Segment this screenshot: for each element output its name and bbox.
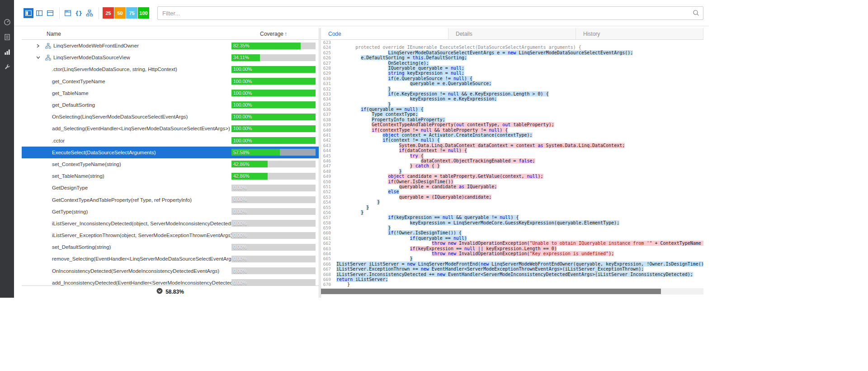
name-column-header[interactable]: Name [47,31,61,37]
report-icon[interactable] [4,33,11,41]
tree-row[interactable]: get_DefaultSorting100.00% [22,99,319,111]
row-label: iListServer_InconsistencyDetected(object… [52,221,257,226]
threshold-75-button[interactable]: 75 [126,7,137,19]
chevron-right-icon[interactable] [36,44,45,48]
code-text: if(Owner.IsDesignTime()) [334,179,453,184]
line-number: 666 [321,262,334,266]
tree-row[interactable]: ExecuteSelect(DataSourceSelectArguments)… [22,147,319,158]
toolbar: {} 255075100 [14,0,709,26]
wrench-icon[interactable] [4,63,11,71]
row-label: get_DefaultSorting [52,102,95,108]
tree-row[interactable]: set_TableName(string)42.86% [22,170,319,182]
tree-row[interactable]: GetDesignType0.00% [22,182,319,194]
tree-row[interactable]: add_InconsistencyDetected(EventHandler<S… [22,277,319,285]
gauge-icon[interactable] [4,19,11,26]
coverage-value: 0.00% [233,185,247,190]
grid-view-button[interactable] [63,8,73,18]
code-line: 628 IQueryable queryable = null; [321,66,703,71]
layout-left-filled-button[interactable] [24,8,33,18]
tree-header: Name Coverage↑ [22,28,319,40]
code-text: object candidate = tableProperty.GetValu… [334,174,543,179]
tree-row[interactable]: get_TableName100.00% [22,87,319,99]
tree-row[interactable]: get_ContextTypeName100.00% [22,76,319,87]
coverage-app-window: {} 255075100 Name Coverage↑ LinqServerMo… [0,0,709,298]
line-number: 644 [321,148,334,153]
row-label: add_InconsistencyDetected(EventHandler<S… [52,280,261,285]
code-text: throw new InvalidOperationException("Key… [334,251,614,256]
code-text: } [334,102,391,107]
code-line: 650 if(Owner.IsDesignTime()) [321,179,703,184]
code-text: keyExpression = e.KeyExpression; [334,96,497,101]
tree-row[interactable]: LinqServerModeWebFrontEndOwner82.35% [22,40,319,52]
horizontal-scrollbar[interactable] [321,288,703,295]
tree-row[interactable]: remove_Selecting(EventHandler<LinqServer… [22,253,319,265]
code-text: OnSelecting(e); [334,61,429,66]
threshold-25-button[interactable]: 25 [103,7,114,19]
line-number: 653 [321,195,334,200]
filter-input[interactable] [157,6,703,20]
coverage-column-header[interactable]: Coverage↑ [231,31,316,37]
threshold-50-button[interactable]: 50 [114,7,126,19]
code-text: } [334,200,380,205]
tree-row[interactable]: OnInconsistencyDetected(ServerModeIncons… [22,265,319,277]
chevron-down-icon[interactable] [36,56,45,59]
code-line: 662 throw new InvalidOperationException(… [321,241,703,246]
tree-row[interactable]: iListServer_InconsistencyDetected(object… [22,218,319,229]
tree-row[interactable]: .ctor(LinqServerModeDataSource, string, … [22,63,319,75]
line-number: 665 [321,256,334,261]
code-text: if(e.QueryableSource != null) { [334,76,472,81]
threshold-100-button[interactable]: 100 [138,7,149,19]
tab-code[interactable]: Code [321,28,448,39]
total-coverage-value: 58.83% [165,289,184,295]
code-text: iListServer.ExceptionThrown += new Event… [334,266,644,271]
coverage-value: 0.00% [233,280,247,285]
tree-row[interactable]: add_Selecting(EventHandler<LinqServerMod… [22,123,319,134]
code-line: 626 e.DefaultSorting = this.DefaultSorti… [321,55,703,60]
code-line: 660 if(!Owner.IsDesignTime()) { [321,230,703,235]
line-number: 636 [321,107,334,112]
code-line: 644 if(dataContext != null) { [321,148,703,153]
tree-row[interactable]: .cctor100.00% [22,135,319,147]
tab-history[interactable]: History [576,28,703,39]
layout-left-outline-button[interactable] [34,8,44,18]
coverage-bar: 42.86% [231,161,316,167]
line-number: 649 [321,174,334,179]
row-label: get_ContextTypeName [52,79,105,84]
tree-row[interactable]: GetType(string)0.00% [22,206,319,218]
code-line: 635 } [321,102,703,107]
tree-row[interactable]: iListServer_ExceptionThrown(object, Serv… [22,229,319,241]
code-line: 641 object context = Activator.CreateIns… [321,133,703,138]
line-number: 647 [321,163,334,168]
chart-icon[interactable] [4,48,11,56]
code-text: if(contextType != null && tableProperty … [334,128,508,133]
coverage-value: 34.11% [233,55,249,60]
code-line: 648 } [321,169,703,174]
layout-top-outline-button[interactable] [45,8,55,18]
coverage-bar: 0.00% [231,232,316,239]
coverage-value: 0.00% [233,233,247,238]
code-line: 625 LinqServerModeDataSourceSelectEventA… [321,50,703,55]
line-number: 670 [321,282,334,287]
coverage-bar: 0.00% [231,220,316,227]
tree-row[interactable]: OnSelecting(LinqServerModeDataSourceSele… [22,111,319,123]
code-line: 666 IListServer iListServer = new LinqSe… [321,262,703,266]
line-number: 637 [321,112,334,117]
code-text: object context = Activator.CreateInstanc… [334,133,533,138]
tree-row[interactable]: LinqServerModeDataSourceView34.11% [22,52,319,63]
tree-row[interactable]: set_DefaultSorting(string)0.00% [22,241,319,253]
tree-row[interactable]: GetContextTypeAndTableProperty(ref Type,… [22,194,319,205]
sort-arrow-icon: ↑ [284,31,287,37]
line-number: 628 [321,66,334,71]
coverage-value: 100.00% [233,67,252,72]
tree-row[interactable]: set_ContextTypeName(string)42.86% [22,158,319,170]
row-label: get_TableName [52,90,89,96]
coverage-bar: 100.00% [231,78,316,85]
code-text: LinqServerModeDataSourceSelectEventArgs … [334,50,633,55]
horizontal-scrollbar-thumb[interactable] [321,289,661,294]
row-label: iListServer_ExceptionThrown(object, Serv… [52,233,232,238]
code-text: } [334,169,402,174]
tab-details[interactable]: Details [448,28,576,39]
hierarchy-icon-button[interactable] [85,8,94,18]
code-text: if(!Owner.IsDesignTime()) { [334,230,462,235]
braces-icon-button[interactable]: {} [74,8,84,18]
